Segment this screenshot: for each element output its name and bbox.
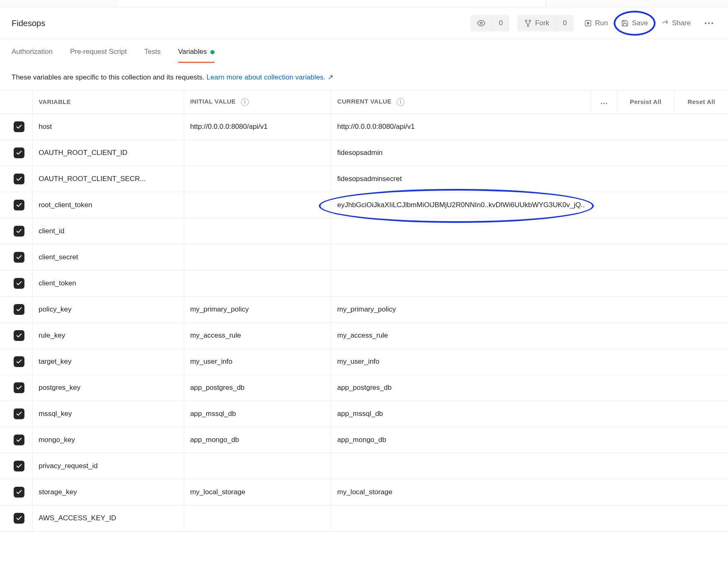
watch-count: 0 bbox=[492, 15, 509, 31]
current-value-cell[interactable]: app_mssql_db bbox=[331, 401, 591, 427]
tab-tests[interactable]: Tests bbox=[144, 48, 161, 63]
row-checkbox[interactable] bbox=[14, 408, 24, 419]
tab-pre-request-script[interactable]: Pre-request Script bbox=[70, 48, 127, 63]
row-checkbox[interactable] bbox=[14, 226, 24, 237]
current-value-cell[interactable]: my_user_info bbox=[331, 349, 591, 375]
row-checkbox[interactable] bbox=[14, 121, 24, 132]
svg-point-3 bbox=[527, 25, 529, 27]
variable-name-cell[interactable]: storage_key bbox=[32, 479, 184, 505]
current-value-cell[interactable]: fidesopsadmin bbox=[331, 140, 591, 166]
row-checkbox[interactable] bbox=[14, 356, 24, 367]
table-row: mongo_keyapp_mongo_dbapp_mongo_db bbox=[0, 427, 728, 453]
reset-all-button[interactable]: Reset All bbox=[674, 90, 728, 114]
variable-name-cell[interactable]: mongo_key bbox=[32, 427, 184, 453]
row-checkbox[interactable] bbox=[14, 382, 24, 393]
variable-name-cell[interactable]: client_token bbox=[32, 271, 184, 297]
info-icon[interactable]: i bbox=[397, 98, 405, 106]
table-row: client_token bbox=[0, 271, 728, 297]
variable-name-cell[interactable]: OAUTH_ROOT_CLIENT_ID bbox=[32, 140, 184, 166]
row-checkbox[interactable] bbox=[14, 435, 24, 445]
run-label: Run bbox=[595, 19, 608, 27]
fork-icon bbox=[524, 19, 532, 27]
row-checkbox[interactable] bbox=[14, 304, 24, 315]
learn-more-link[interactable]: Learn more about collection variables. ↗ bbox=[207, 73, 333, 81]
persist-all-button[interactable]: Persist All bbox=[617, 90, 675, 114]
initial-value-cell[interactable] bbox=[184, 166, 331, 192]
current-value-cell[interactable] bbox=[331, 505, 591, 532]
variable-name-cell[interactable]: root_client_token bbox=[32, 192, 184, 218]
row-checkbox[interactable] bbox=[14, 513, 24, 524]
table-row: AWS_ACCESS_KEY_ID bbox=[0, 505, 728, 532]
workspace-tab-active[interactable] bbox=[116, 0, 546, 7]
initial-value-cell[interactable]: my_local_storage bbox=[184, 479, 331, 505]
watch-button-group[interactable]: 0 bbox=[470, 15, 509, 31]
initial-value-cell[interactable] bbox=[184, 192, 331, 218]
share-button[interactable]: Share bbox=[659, 16, 693, 31]
tab-authorization[interactable]: Authorization bbox=[12, 48, 53, 63]
variable-name-cell[interactable]: privacy_request_id bbox=[32, 453, 184, 479]
initial-value-cell[interactable] bbox=[184, 453, 331, 479]
variables-description: These variables are specific to this col… bbox=[0, 63, 728, 90]
variable-name-cell[interactable]: rule_key bbox=[32, 323, 184, 349]
table-row: target_keymy_user_infomy_user_info bbox=[0, 349, 728, 375]
current-value-cell[interactable]: my_primary_policy bbox=[331, 297, 591, 323]
row-checkbox[interactable] bbox=[14, 330, 24, 341]
current-value-cell[interactable] bbox=[331, 244, 591, 271]
column-options-button[interactable] bbox=[601, 103, 607, 104]
variable-name-cell[interactable]: OAUTH_ROOT_CLIENT_SECR... bbox=[32, 166, 184, 192]
table-header-row: VARIABLE INITIAL VALUE i CURRENT VALUE i… bbox=[0, 90, 728, 114]
initial-value-cell[interactable] bbox=[184, 140, 331, 166]
current-value-cell[interactable]: http://0.0.0.0:8080/api/v1 bbox=[331, 114, 591, 140]
initial-value-cell[interactable]: my_access_rule bbox=[184, 323, 331, 349]
row-checkbox[interactable] bbox=[14, 278, 24, 289]
row-checkbox[interactable] bbox=[14, 174, 24, 184]
current-value-cell[interactable] bbox=[331, 453, 591, 479]
save-button[interactable]: Save bbox=[619, 16, 651, 31]
variable-name-cell[interactable]: mssql_key bbox=[32, 401, 184, 427]
variable-name-cell[interactable]: host bbox=[32, 114, 184, 140]
variable-name-cell[interactable]: client_secret bbox=[32, 244, 184, 271]
initial-value-cell[interactable]: app_mongo_db bbox=[184, 427, 331, 453]
row-checkbox[interactable] bbox=[14, 252, 24, 263]
column-header-initial: INITIAL VALUE bbox=[190, 98, 236, 105]
initial-value-cell[interactable]: my_user_info bbox=[184, 349, 331, 375]
initial-value-cell[interactable] bbox=[184, 218, 331, 244]
info-icon[interactable]: i bbox=[241, 98, 249, 106]
initial-value-cell[interactable]: my_primary_policy bbox=[184, 297, 331, 323]
collection-title: Fidesops bbox=[12, 19, 470, 28]
fork-count: 0 bbox=[556, 15, 573, 31]
current-value-cell[interactable] bbox=[331, 271, 591, 297]
current-value-cell[interactable] bbox=[331, 218, 591, 244]
fork-button-group[interactable]: Fork 0 bbox=[518, 15, 573, 31]
variable-name-cell[interactable]: policy_key bbox=[32, 297, 184, 323]
collection-header: Fidesops 0 Fork 0 bbox=[0, 7, 728, 39]
variable-name-cell[interactable]: target_key bbox=[32, 349, 184, 375]
initial-value-cell[interactable] bbox=[184, 244, 331, 271]
initial-value-cell[interactable]: http://0.0.0.0:8080/api/v1 bbox=[184, 114, 331, 140]
current-value-cell[interactable]: fidesopsadminsecret bbox=[331, 166, 591, 192]
current-value-cell[interactable]: eyJhbGciOiJkaXIiLCJlbmMiOiJBMjU2R0NNIn0.… bbox=[331, 192, 591, 218]
table-row: privacy_request_id bbox=[0, 453, 728, 479]
svg-point-0 bbox=[480, 22, 482, 24]
current-value-cell[interactable]: my_local_storage bbox=[331, 479, 591, 505]
initial-value-cell[interactable]: app_postgres_db bbox=[184, 375, 331, 401]
initial-value-cell[interactable] bbox=[184, 271, 331, 297]
initial-value-cell[interactable] bbox=[184, 505, 331, 532]
table-row: root_client_tokeneyJhbGciOiJkaXIiLCJlbmM… bbox=[0, 192, 728, 218]
run-button[interactable]: Run bbox=[582, 16, 610, 31]
share-label: Share bbox=[672, 19, 691, 27]
row-checkbox[interactable] bbox=[14, 200, 24, 210]
more-options-button[interactable] bbox=[701, 19, 716, 27]
initial-value-cell[interactable]: app_mssql_db bbox=[184, 401, 331, 427]
row-checkbox[interactable] bbox=[14, 147, 24, 158]
tab-variables[interactable]: Variables bbox=[178, 48, 215, 63]
current-value-cell[interactable]: app_postgres_db bbox=[331, 375, 591, 401]
variable-name-cell[interactable]: AWS_ACCESS_KEY_ID bbox=[32, 505, 184, 532]
variable-name-cell[interactable]: client_id bbox=[32, 218, 184, 244]
row-checkbox[interactable] bbox=[14, 461, 24, 471]
row-checkbox[interactable] bbox=[14, 487, 24, 498]
variable-name-cell[interactable]: postgres_key bbox=[32, 375, 184, 401]
current-value-cell[interactable]: app_mongo_db bbox=[331, 427, 591, 453]
table-row: OAUTH_ROOT_CLIENT_IDfidesopsadmin bbox=[0, 140, 728, 166]
current-value-cell[interactable]: my_access_rule bbox=[331, 323, 591, 349]
